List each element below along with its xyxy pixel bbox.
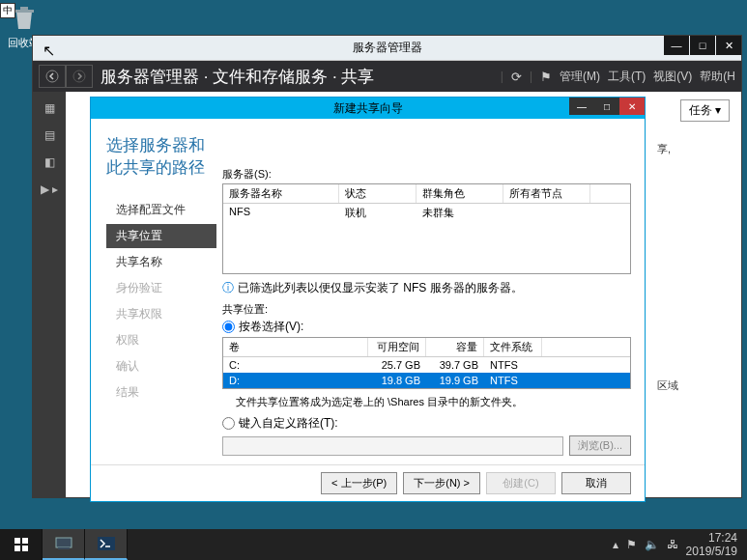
info-icon: ⓘ bbox=[222, 280, 234, 296]
refresh-icon[interactable]: ⟳ bbox=[511, 70, 522, 84]
custom-path-radio[interactable]: 键入自定义路径(T): bbox=[222, 415, 631, 432]
server-manager-icon bbox=[55, 537, 72, 550]
window-controls: — □ ✕ bbox=[663, 36, 741, 55]
back-button[interactable] bbox=[39, 65, 66, 88]
svg-rect-7 bbox=[58, 547, 70, 549]
close-button[interactable]: ✕ bbox=[716, 36, 741, 55]
task-powershell[interactable] bbox=[85, 529, 128, 560]
step-location[interactable]: 共享位置 bbox=[106, 224, 216, 248]
prev-button[interactable]: < 上一步(P) bbox=[321, 472, 397, 494]
next-button[interactable]: 下一步(N) > bbox=[403, 472, 480, 494]
step-perm: 权限 bbox=[106, 328, 216, 352]
tray-flag-icon[interactable]: ⚑ bbox=[626, 538, 637, 551]
wizard-minimize-button[interactable]: — bbox=[569, 98, 594, 115]
wizard-footer: < 上一步(P) 下一步(N) > 创建(C) 取消 bbox=[91, 464, 645, 501]
step-shareperm: 共享权限 bbox=[106, 302, 216, 326]
servers-label: 服务器(S): bbox=[222, 167, 631, 182]
wizard-titlebar[interactable]: 新建共享向导 — □ ✕ bbox=[91, 98, 645, 119]
wizard-main: 服务器(S): 服务器名称 状态 群集角色 所有者节点 NFS 联机 未群集 ⓘ… bbox=[216, 119, 645, 464]
start-button[interactable] bbox=[0, 529, 43, 560]
col-owner[interactable]: 所有者节点 bbox=[503, 184, 590, 203]
tray-network-icon[interactable]: 🖧 bbox=[667, 538, 678, 551]
manage-menu[interactable]: 管理(M) bbox=[560, 69, 600, 85]
tools-menu[interactable]: 工具(T) bbox=[608, 69, 646, 85]
wizard-title: 新建共享向导 bbox=[333, 100, 403, 117]
minimize-button[interactable]: — bbox=[664, 36, 689, 55]
sidebar-item-volumes[interactable]: ▤ bbox=[39, 126, 60, 144]
svg-rect-5 bbox=[22, 546, 28, 551]
header-bar: 服务器管理器 · 文件和存储服务 · 共享 | ⟳ | ⚑ 管理(M) 工具(T… bbox=[33, 61, 741, 92]
svg-point-1 bbox=[73, 70, 85, 82]
sidebar-item-shares[interactable]: ▶ ▸ bbox=[39, 181, 60, 198]
powershell-icon bbox=[98, 537, 115, 550]
col-role[interactable]: 群集角色 bbox=[417, 184, 503, 203]
view-menu[interactable]: 视图(V) bbox=[653, 69, 692, 85]
svg-rect-3 bbox=[22, 538, 28, 544]
step-results: 结果 bbox=[106, 380, 216, 405]
col-capacity[interactable]: 容量 bbox=[426, 338, 484, 356]
filter-info: ⓘ 已筛选此列表以便仅显示安装了 NFS 服务器的服务器。 bbox=[222, 280, 631, 296]
volume-radio-input[interactable] bbox=[222, 321, 235, 333]
col-volume[interactable]: 卷 bbox=[223, 338, 368, 356]
forward-button[interactable] bbox=[66, 65, 93, 88]
window-title: 服务器管理器 bbox=[353, 40, 422, 56]
new-share-wizard: 新建共享向导 — □ ✕ 选择服务器和此共享的路径 选择配置文件 共享位置 共享… bbox=[90, 97, 646, 502]
windows-icon bbox=[14, 537, 29, 552]
tasks-button[interactable]: 任务 ▾ bbox=[680, 99, 730, 122]
titlebar[interactable]: 服务器管理器 — □ ✕ bbox=[33, 36, 741, 61]
col-state[interactable]: 状态 bbox=[339, 184, 417, 203]
svg-rect-6 bbox=[56, 538, 72, 547]
svg-rect-2 bbox=[14, 538, 20, 544]
cursor-icon: ↖ bbox=[43, 42, 55, 60]
volume-select-radio[interactable]: 按卷选择(V): bbox=[222, 319, 631, 335]
flag-icon[interactable]: ⚑ bbox=[540, 70, 552, 84]
wizard-heading: 选择服务器和此共享的路径 bbox=[106, 134, 216, 179]
sidebar-item-servers[interactable]: ▦ bbox=[39, 99, 60, 117]
browse-button: 浏览(B)... bbox=[569, 435, 631, 456]
volume-table[interactable]: 卷 可用空间 容量 文件系统 C: 25.7 GB 39.7 GB NTFS D… bbox=[222, 337, 631, 389]
step-auth: 身份验证 bbox=[106, 276, 216, 300]
taskbar: ▴ ⚑ 🔈 🖧 17:24 2019/5/19 bbox=[0, 529, 747, 560]
cancel-button[interactable]: 取消 bbox=[561, 472, 631, 494]
breadcrumb[interactable]: 服务器管理器 · 文件和存储服务 · 共享 bbox=[101, 66, 501, 88]
system-tray[interactable]: ▴ ⚑ 🔈 🖧 17:24 2019/5/19 bbox=[613, 531, 747, 559]
col-free[interactable]: 可用空间 bbox=[368, 338, 426, 356]
svg-rect-4 bbox=[14, 546, 20, 551]
step-confirm: 确认 bbox=[106, 354, 216, 378]
clock[interactable]: 17:24 2019/5/19 bbox=[686, 531, 737, 559]
svg-rect-8 bbox=[98, 537, 115, 550]
server-row[interactable]: NFS 联机 未群集 bbox=[223, 204, 630, 222]
custom-path-input bbox=[222, 436, 563, 456]
step-profile[interactable]: 选择配置文件 bbox=[106, 198, 216, 222]
volume-note: 文件共享位置将成为选定卷上的 \Shares 目录中的新文件夹。 bbox=[236, 395, 631, 409]
ime-badge[interactable]: 中 bbox=[0, 3, 15, 18]
step-name[interactable]: 共享名称 bbox=[106, 250, 216, 274]
volume-row-c[interactable]: C: 25.7 GB 39.7 GB NTFS bbox=[223, 357, 630, 373]
svg-point-0 bbox=[46, 70, 58, 82]
task-server-manager[interactable] bbox=[43, 529, 85, 560]
volume-row-d[interactable]: D: 19.8 GB 19.9 GB NTFS bbox=[223, 373, 630, 388]
custom-path-radio-input[interactable] bbox=[222, 417, 235, 430]
tray-speaker-icon[interactable]: 🔈 bbox=[645, 538, 659, 551]
help-menu[interactable]: 帮助(H bbox=[700, 69, 735, 85]
content-hint2: 区域 bbox=[657, 378, 730, 393]
server-table[interactable]: 服务器名称 状态 群集角色 所有者节点 NFS 联机 未群集 bbox=[222, 183, 631, 274]
sidebar-item-disks[interactable]: ◧ bbox=[39, 154, 60, 171]
create-button: 创建(C) bbox=[486, 472, 556, 494]
wizard-close-button[interactable]: ✕ bbox=[619, 98, 645, 115]
share-location-label: 共享位置: bbox=[222, 302, 631, 317]
wizard-steps: 选择服务器和此共享的路径 选择配置文件 共享位置 共享名称 身份验证 共享权限 … bbox=[91, 119, 216, 464]
maximize-button[interactable]: □ bbox=[690, 36, 715, 55]
col-server-name[interactable]: 服务器名称 bbox=[223, 184, 339, 203]
tray-arrow-icon[interactable]: ▴ bbox=[613, 538, 618, 551]
wizard-maximize-button[interactable]: □ bbox=[594, 98, 619, 115]
sidebar: ▦ ▤ ◧ ▶ ▸ bbox=[33, 92, 66, 497]
col-filesystem[interactable]: 文件系统 bbox=[484, 338, 542, 356]
content-hint: 享, bbox=[657, 142, 730, 156]
